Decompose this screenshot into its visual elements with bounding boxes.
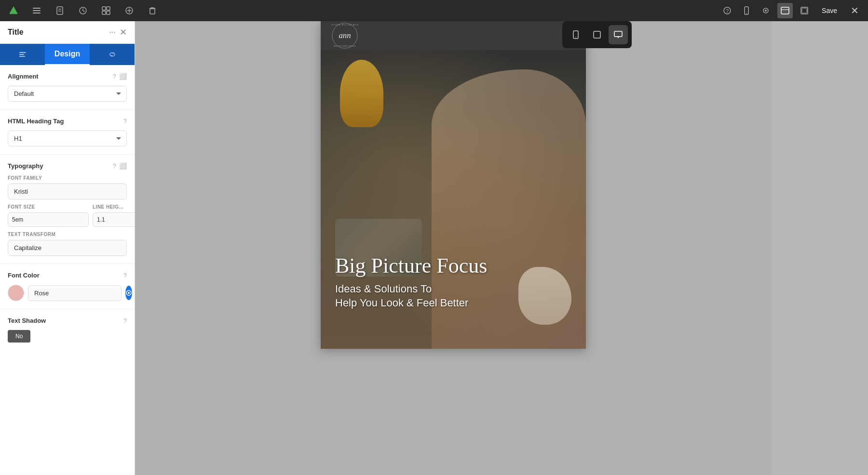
- tab-bar: Design: [0, 44, 135, 65]
- svg-point-18: [746, 13, 747, 14]
- svg-rect-27: [594, 31, 600, 38]
- typography-actions: ? ⬜: [113, 162, 127, 170]
- mobile-view-icon[interactable]: [739, 3, 754, 18]
- color-input-row: [8, 285, 127, 301]
- font-metrics-row: FONT SIZE LINE HEIG... LETTER SP...: [8, 204, 127, 227]
- color-swatch[interactable]: [8, 285, 24, 301]
- line-height-label: LINE HEIG...: [93, 204, 135, 210]
- text-transform-select[interactable]: None Capitalize Uppercase Lowercase: [8, 240, 127, 256]
- typography-title: Typography: [8, 162, 43, 170]
- line-height-input[interactable]: [93, 212, 135, 227]
- font-size-input[interactable]: [8, 212, 89, 227]
- color-text-input[interactable]: [28, 285, 122, 301]
- heading-tag-actions: ?: [123, 118, 127, 125]
- close-button[interactable]: ✕: [847, 3, 862, 18]
- heading-tag-select[interactable]: H1 H2 H3 H4 H5 H6: [8, 131, 127, 146]
- typography-copy-icon[interactable]: ⬜: [119, 162, 127, 170]
- alignment-info-icon[interactable]: ?: [113, 73, 116, 80]
- heading-tag-info-icon[interactable]: ?: [123, 118, 127, 125]
- heading-tag-section: HTML Heading Tag ? H1 H2 H3 H4 H5 H6: [0, 110, 135, 155]
- site-logo: ann ANOTHER MILLION MILES BIG PICTURE FO…: [330, 21, 359, 50]
- text-shadow-info-icon[interactable]: ?: [123, 317, 127, 324]
- text-shadow-none-btn[interactable]: No: [8, 330, 30, 343]
- history-icon[interactable]: [75, 3, 91, 18]
- svg-rect-14: [150, 9, 155, 14]
- svg-text:?: ?: [726, 8, 729, 14]
- alignment-actions: ? ⬜: [113, 73, 127, 80]
- alignment-select[interactable]: Default Left Center Right: [8, 86, 127, 102]
- text-shadow-header: Text Shadow ?: [8, 317, 127, 324]
- toolbar-right: ? Save ✕: [719, 3, 862, 18]
- svg-rect-8: [107, 7, 110, 10]
- typography-info-icon[interactable]: ?: [113, 162, 116, 170]
- delete-icon[interactable]: [145, 3, 160, 18]
- hero-section: Big Picture Focus Ideas & Solutions To H…: [321, 50, 586, 349]
- font-color-title: Font Color: [8, 272, 40, 279]
- font-family-input[interactable]: [8, 184, 127, 199]
- svg-rect-10: [107, 11, 110, 14]
- panel-header-actions: ··· ✕: [109, 27, 127, 38]
- hero-text: Big Picture Focus Ideas & Solutions To H…: [335, 254, 576, 310]
- save-button[interactable]: Save: [816, 4, 843, 17]
- svg-point-26: [575, 37, 576, 38]
- tablet-device-btn[interactable]: [587, 25, 607, 44]
- add-icon[interactable]: [122, 3, 137, 18]
- canvas-frame: ann ANOTHER MILLION MILES BIG PICTURE FO…: [321, 21, 586, 349]
- alignment-title: Alignment: [8, 73, 39, 80]
- help-icon[interactable]: ?: [719, 3, 735, 18]
- svg-rect-24: [802, 8, 807, 13]
- font-color-header: Font Color ?: [8, 272, 127, 279]
- text-shadow-section: Text Shadow ? No: [0, 309, 135, 350]
- site-nav: ann ANOTHER MILLION MILES BIG PICTURE FO…: [321, 21, 586, 50]
- alignment-copy-icon[interactable]: ⬜: [119, 73, 127, 80]
- color-pick-btn[interactable]: [125, 286, 132, 300]
- line-height-group: LINE HEIG...: [93, 204, 135, 227]
- typography-section: Typography ? ⬜ FONT FAMILY FONT SIZE LIN…: [0, 155, 135, 264]
- top-toolbar: ? Save ✕: [0, 0, 868, 21]
- tab-link[interactable]: [90, 44, 135, 65]
- svg-rect-29: [614, 31, 622, 37]
- preview-icon[interactable]: [758, 3, 773, 18]
- layout-icon-active[interactable]: [777, 3, 793, 18]
- fullscreen-icon[interactable]: [797, 3, 812, 18]
- hero-subtitle-line1: Ideas & Solutions To: [335, 283, 432, 295]
- desktop-device-btn[interactable]: [609, 25, 628, 44]
- hero-script-title: Big Picture Focus: [335, 254, 576, 277]
- canvas-area: ann ANOTHER MILLION MILES BIG PICTURE FO…: [135, 21, 772, 475]
- tab-design[interactable]: Design: [45, 44, 90, 65]
- svg-rect-1: [33, 10, 41, 11]
- font-size-label: FONT SIZE: [8, 204, 89, 210]
- main-area: Title ··· ✕ Design Alignment ? ⬜: [0, 21, 868, 475]
- layers-icon[interactable]: [29, 3, 44, 18]
- device-picker: [562, 21, 632, 48]
- left-panel: Title ··· ✕ Design Alignment ? ⬜: [0, 21, 135, 475]
- panel-menu-icon[interactable]: ···: [109, 28, 116, 37]
- svg-rect-7: [102, 7, 106, 10]
- alignment-header: Alignment ? ⬜: [8, 73, 127, 80]
- elements-icon[interactable]: [98, 3, 114, 18]
- svg-text:BIG PICTURE FOCUS: BIG PICTURE FOCUS: [334, 45, 356, 47]
- font-size-group: FONT SIZE: [8, 204, 89, 227]
- svg-rect-33: [19, 54, 24, 55]
- typography-header: Typography ? ⬜: [8, 162, 127, 170]
- svg-point-20: [765, 10, 767, 12]
- font-color-info-icon[interactable]: ?: [123, 272, 127, 279]
- font-color-section: Font Color ?: [0, 264, 135, 309]
- hero-subtitle-line2: Help You Look & Feel Better: [335, 297, 468, 309]
- mobile-device-btn[interactable]: [566, 25, 585, 44]
- font-family-label: FONT FAMILY: [8, 175, 127, 181]
- text-transform-label: TEXT TRANSFORM: [8, 232, 127, 237]
- svg-rect-32: [19, 52, 26, 53]
- svg-rect-9: [102, 11, 106, 14]
- hero-subtitle: Ideas & Solutions To Help You Look & Fee…: [335, 282, 576, 310]
- app-logo[interactable]: [6, 3, 21, 18]
- heading-tag-header: HTML Heading Tag ?: [8, 118, 127, 125]
- tab-layout[interactable]: [0, 44, 45, 65]
- panel-close-icon[interactable]: ✕: [120, 27, 127, 38]
- svg-point-36: [128, 292, 130, 294]
- pages-icon[interactable]: [52, 3, 68, 18]
- svg-rect-3: [57, 7, 63, 14]
- svg-text:ann: ann: [339, 31, 351, 40]
- panel-header: Title ··· ✕: [0, 21, 135, 44]
- svg-rect-0: [33, 8, 41, 9]
